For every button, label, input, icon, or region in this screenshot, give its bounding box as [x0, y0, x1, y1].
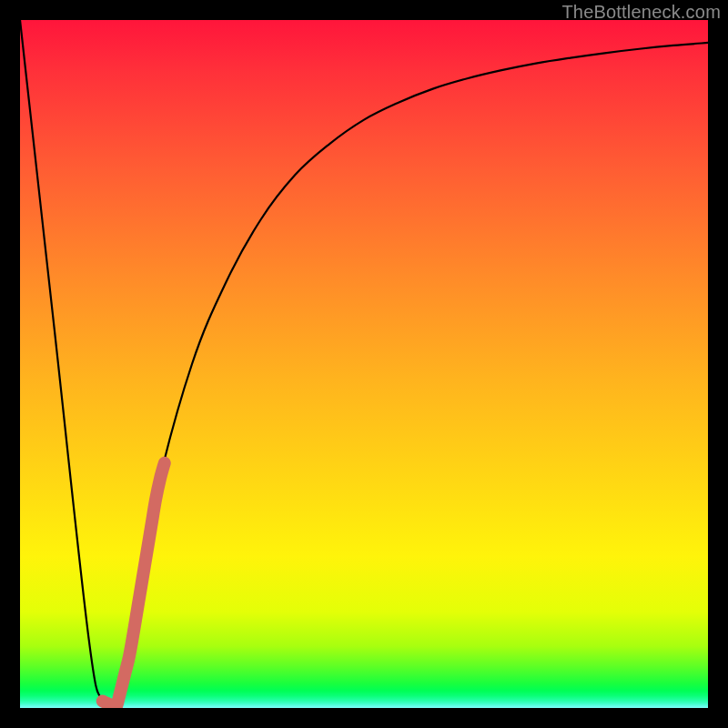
- gradient-plot-area: [20, 20, 708, 708]
- chart-frame: TheBottleneck.com: [0, 0, 728, 728]
